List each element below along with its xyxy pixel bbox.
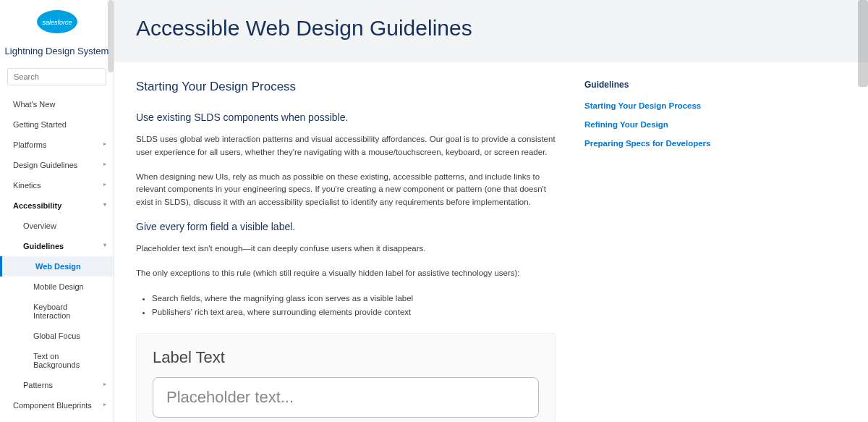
toc-link-preparing[interactable]: Preparing Specs for Developers: [584, 139, 823, 148]
example-label-text: Label Text: [153, 348, 539, 367]
paragraph: The only exceptions to this rule (which …: [136, 267, 556, 280]
hero: Accessible Web Design Guidelines: [114, 0, 868, 62]
subsection-heading: Use existing SLDS components when possib…: [136, 111, 556, 123]
svg-text:salesforce: salesforce: [42, 19, 72, 26]
nav-web-design[interactable]: Web Design: [0, 256, 114, 277]
search-input[interactable]: [7, 68, 106, 85]
nav-whats-new[interactable]: What's New: [0, 94, 114, 114]
paragraph: Placeholder text isn't enough—it can dee…: [136, 242, 556, 256]
sidebar-scrollbar[interactable]: [108, 0, 114, 72]
nav-text-on-backgrounds[interactable]: Text on Backgrounds: [0, 346, 114, 375]
table-of-contents: Guidelines Starting Your Design Process …: [584, 80, 823, 422]
nav-accessibility[interactable]: Accessibility: [0, 195, 114, 216]
nav-kinetics[interactable]: Kinetics: [0, 175, 114, 195]
nav-keyboard-interaction[interactable]: Keyboard Interaction: [0, 297, 114, 326]
nav-design-guidelines[interactable]: Design Guidelines: [0, 155, 114, 175]
nav-patterns[interactable]: Patterns: [0, 375, 114, 395]
nav-getting-started[interactable]: Getting Started: [0, 114, 114, 135]
search-box: [7, 68, 106, 85]
main-scrollbar[interactable]: [858, 0, 868, 87]
logo-area: salesforce: [0, 0, 114, 44]
toc-link-refining[interactable]: Refining Your Design: [584, 120, 823, 129]
page-title: Accessible Web Design Guidelines: [136, 16, 846, 41]
exception-list: Search fields, where the magnifying glas…: [136, 292, 556, 320]
toc-heading: Guidelines: [584, 80, 823, 90]
brand-title: Lightning Design System: [0, 44, 114, 64]
sidebar-nav: What's New Getting Started Platforms Des…: [0, 94, 114, 422]
nav-accessibility-guidelines[interactable]: Guidelines: [0, 236, 114, 256]
section-heading: Starting Your Design Process: [136, 80, 556, 94]
example-placeholder-input: Placeholder text...: [153, 377, 539, 418]
nav-global-focus[interactable]: Global Focus: [0, 326, 114, 346]
nav-component-blueprints[interactable]: Component Blueprints: [0, 395, 114, 415]
nav-platforms[interactable]: Platforms: [0, 135, 114, 155]
main-content: Accessible Web Design Guidelines Startin…: [114, 0, 868, 422]
list-item: Search fields, where the magnifying glas…: [152, 292, 556, 306]
salesforce-logo-icon: salesforce: [34, 7, 80, 40]
paragraph: SLDS uses global web interaction pattern…: [136, 133, 556, 159]
nav-accessibility-overview[interactable]: Overview: [0, 216, 114, 236]
toc-link-starting[interactable]: Starting Your Design Process: [584, 101, 823, 110]
list-item: Publishers' rich text area, where surrou…: [152, 305, 556, 320]
sidebar: salesforce Lightning Design System What'…: [0, 0, 114, 422]
paragraph: When designing new UIs, rely as much as …: [136, 171, 556, 209]
form-example: Label Text Placeholder text...: [136, 333, 556, 422]
article: Starting Your Design Process Use existin…: [136, 80, 556, 422]
subsection-heading: Give every form field a visible label.: [136, 221, 556, 232]
nav-utilities[interactable]: Utilities: [0, 415, 114, 422]
nav-mobile-design[interactable]: Mobile Design: [0, 277, 114, 297]
